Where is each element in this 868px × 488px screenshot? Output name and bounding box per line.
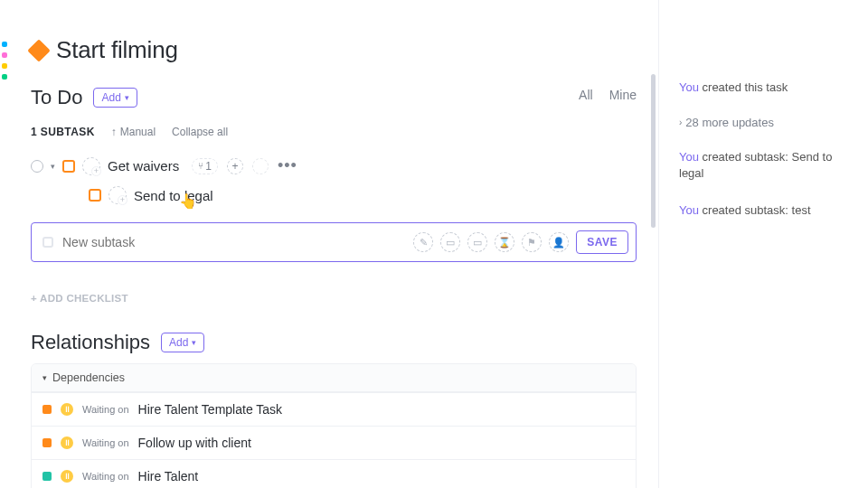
relationships-heading: Relationships xyxy=(31,331,150,354)
dependency-row[interactable]: ⏸ Waiting on Follow up with client xyxy=(32,426,636,459)
status-dot-icon xyxy=(42,472,52,481)
subtask-name[interactable]: Send to legal xyxy=(134,188,213,203)
add-checklist-button[interactable]: + ADD CHECKLIST xyxy=(31,293,637,304)
waiting-badge-icon: ⏸ xyxy=(61,403,73,416)
new-subtask-row[interactable]: ✎ ▭ ▭ ⌛ ⚑ 👤 SAVE xyxy=(31,222,637,262)
status-square-icon[interactable] xyxy=(89,189,101,202)
add-relationship-label: Add xyxy=(169,336,188,349)
collapsed-sidebar xyxy=(0,0,9,488)
save-subtask-button[interactable]: SAVE xyxy=(576,230,628,254)
dependency-name[interactable]: Hire Talent xyxy=(138,469,199,483)
assign-avatar-icon[interactable] xyxy=(82,157,100,175)
edit-icon[interactable]: ✎ xyxy=(413,232,433,252)
complete-circle-icon[interactable] xyxy=(31,160,43,173)
status-dot-icon xyxy=(42,438,52,447)
chevron-right-icon: › xyxy=(679,117,682,127)
status-square-icon[interactable] xyxy=(62,160,75,173)
todo-heading: To Do xyxy=(31,86,82,109)
scrollbar[interactable] xyxy=(651,74,656,228)
activity-actor: You xyxy=(679,203,699,217)
dependencies-panel: ▾ Dependencies ⏸ Waiting on Hire Talent … xyxy=(31,363,637,488)
dependency-row[interactable]: ⏸ Waiting on Hire Talent xyxy=(32,459,636,488)
dependency-name[interactable]: Hire Talent Template Task xyxy=(138,402,283,417)
subtask-row[interactable]: ▾ Get waivers ⑂ 1 + ••• xyxy=(31,151,637,181)
activity-entry: You created subtask: test xyxy=(679,202,852,219)
add-subtask-button[interactable]: Add ▾ xyxy=(93,88,137,108)
assign-icon[interactable]: 👤 xyxy=(549,232,569,252)
dependency-relation: Waiting on xyxy=(82,471,129,482)
task-status-diamond-icon[interactable] xyxy=(27,39,50,61)
status-dot-icon xyxy=(42,405,52,414)
caret-down-icon: ▾ xyxy=(192,338,196,347)
add-nested-subtask-button[interactable]: + xyxy=(227,158,243,174)
dependency-row[interactable]: ⏸ Waiting on Hire Talent Template Task xyxy=(32,392,636,426)
task-title[interactable]: Start filming xyxy=(56,36,178,64)
more-updates-toggle[interactable]: › 28 more updates xyxy=(679,116,852,129)
subtask-row[interactable]: Send to legal xyxy=(31,181,637,210)
dependency-relation: Waiting on xyxy=(82,437,129,448)
activity-text: created this task xyxy=(699,80,788,94)
caret-down-icon: ▾ xyxy=(125,93,129,102)
arrow-up-icon: ↑ xyxy=(111,126,117,138)
filter-all[interactable]: All xyxy=(579,88,593,102)
activity-text: created subtask: Send to legal xyxy=(679,150,832,180)
more-actions-icon[interactable]: ••• xyxy=(278,156,297,175)
row-action-placeholder-icon[interactable] xyxy=(252,158,269,174)
add-relationship-button[interactable]: Add ▾ xyxy=(161,333,204,352)
subtask-name[interactable]: Get waivers xyxy=(108,158,179,174)
expand-toggle-icon[interactable]: ▾ xyxy=(51,162,55,171)
add-subtask-label: Add xyxy=(101,91,120,104)
calendar-start-icon[interactable]: ▭ xyxy=(440,232,460,252)
assign-avatar-icon[interactable] xyxy=(108,186,127,204)
dependencies-header[interactable]: ▾ Dependencies xyxy=(32,364,636,392)
activity-actor: You xyxy=(679,80,699,94)
branch-icon: ⑂ xyxy=(198,161,203,171)
calendar-due-icon[interactable]: ▭ xyxy=(467,232,487,252)
filter-mine[interactable]: Mine xyxy=(609,88,637,102)
waiting-badge-icon: ⏸ xyxy=(61,470,73,483)
activity-entry: You created this task xyxy=(679,80,852,96)
time-estimate-icon[interactable]: ⌛ xyxy=(495,232,514,252)
activity-panel: You created this task › 28 more updates … xyxy=(658,0,868,488)
activity-text: created subtask: test xyxy=(699,203,811,217)
waiting-badge-icon: ⏸ xyxy=(61,436,73,449)
collapse-all[interactable]: Collapse all xyxy=(172,126,228,138)
dependency-name[interactable]: Follow up with client xyxy=(138,436,251,450)
status-placeholder-icon xyxy=(42,237,53,248)
dependency-relation: Waiting on xyxy=(82,404,129,415)
sort-manual[interactable]: ↑ Manual xyxy=(111,126,156,138)
priority-flag-icon[interactable]: ⚑ xyxy=(522,232,542,252)
subtask-count: 1 SUBTASK xyxy=(31,126,95,138)
nested-subtask-count[interactable]: ⑂ 1 xyxy=(192,158,218,174)
caret-down-icon: ▾ xyxy=(42,373,47,382)
activity-entry: You created subtask: Send to legal xyxy=(679,149,852,182)
activity-actor: You xyxy=(679,150,699,164)
new-subtask-input[interactable] xyxy=(62,235,404,249)
